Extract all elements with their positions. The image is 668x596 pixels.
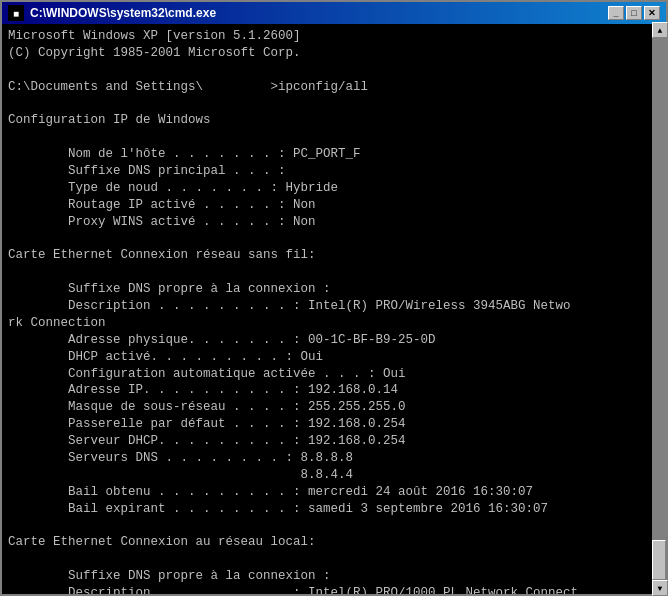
cmd-window: ■ C:\WINDOWS\system32\cmd.exe _ □ ✕ Micr…: [0, 0, 668, 596]
scroll-track: [652, 38, 666, 580]
maximize-button[interactable]: □: [626, 6, 642, 20]
title-bar-left: ■ C:\WINDOWS\system32\cmd.exe: [8, 5, 216, 21]
scrollbar[interactable]: ▲ ▼: [652, 24, 666, 594]
title-bar: ■ C:\WINDOWS\system32\cmd.exe _ □ ✕: [2, 2, 666, 24]
scroll-up-button[interactable]: ▲: [652, 24, 666, 38]
window: ■ C:\WINDOWS\system32\cmd.exe _ □ ✕ Micr…: [0, 0, 668, 596]
scroll-down-button[interactable]: ▼: [652, 580, 666, 594]
cmd-icon: ■: [8, 5, 24, 21]
title-bar-buttons: _ □ ✕: [608, 6, 660, 20]
console-output: Microsoft Windows XP [version 5.1.2600] …: [2, 24, 666, 594]
minimize-button[interactable]: _: [608, 6, 624, 20]
close-button[interactable]: ✕: [644, 6, 660, 20]
window-title: C:\WINDOWS\system32\cmd.exe: [30, 6, 216, 20]
scroll-thumb[interactable]: [652, 540, 666, 580]
